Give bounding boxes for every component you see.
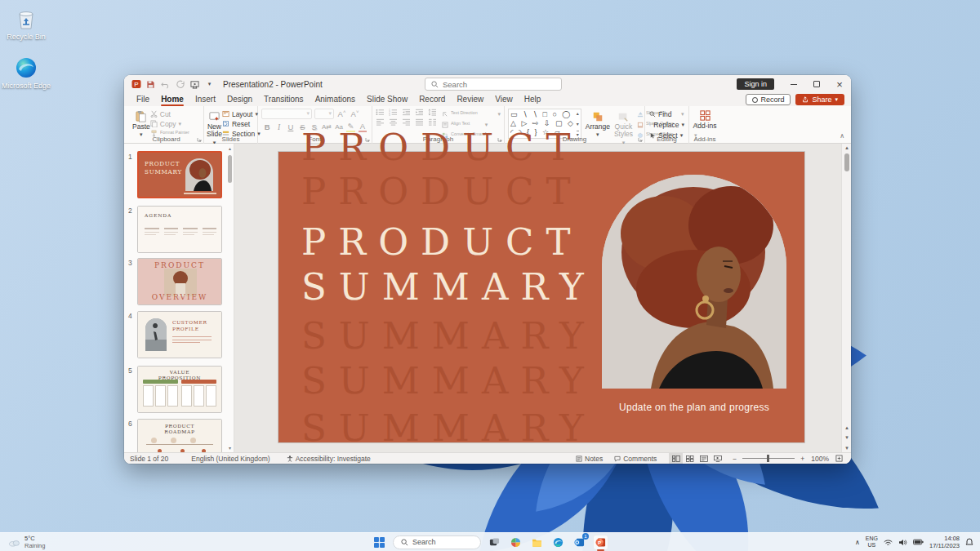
justify-icon[interactable] <box>415 118 424 126</box>
desktop-icon-edge[interactable]: Microsoft Edge <box>0 56 52 90</box>
slide-subtitle[interactable]: Update on the plan and progress <box>602 402 786 413</box>
language-indicator[interactable]: English (United Kingdom) <box>185 455 275 463</box>
notes-toggle[interactable]: Notes <box>570 455 608 463</box>
taskbar-search[interactable]: Search <box>393 535 481 549</box>
start-slideshow-icon[interactable] <box>189 79 200 90</box>
drawing-dialog-launcher[interactable] <box>638 137 643 142</box>
zoom-level[interactable]: 100% <box>808 455 832 463</box>
increase-indent-icon[interactable] <box>415 109 424 116</box>
bold-button[interactable]: B <box>263 122 271 131</box>
align-left-icon[interactable] <box>376 118 385 126</box>
bullets-icon[interactable] <box>376 109 385 116</box>
scroll-down-icon[interactable]: ▾ <box>227 445 233 451</box>
save-icon[interactable] <box>145 79 156 90</box>
paste-button[interactable]: Paste ▾ <box>132 108 150 138</box>
normal-view-button[interactable] <box>669 453 683 464</box>
line-spacing-icon[interactable] <box>428 109 437 116</box>
previous-slide-icon[interactable]: ▴ <box>842 424 851 431</box>
cut-button[interactable]: Cut <box>150 109 209 118</box>
slide-indicator[interactable]: Slide 1 of 20 <box>124 455 174 463</box>
desktop-icon-recycle-bin[interactable]: Recycle Bin <box>0 7 52 41</box>
align-center-icon[interactable] <box>389 118 398 126</box>
addins-button[interactable]: Add-ins <box>689 106 720 130</box>
scroll-up-icon[interactable]: ▴ <box>227 145 233 151</box>
redo-icon[interactable] <box>175 79 185 90</box>
collapse-ribbon-icon[interactable]: ∧ <box>840 132 844 140</box>
edge-button[interactable] <box>550 535 566 550</box>
customize-qat-icon[interactable]: ▾ <box>204 79 215 90</box>
clock[interactable]: 14:08 17/11/2023 <box>929 535 960 550</box>
scroll-down-icon[interactable]: ▾ <box>842 445 851 451</box>
shapes-up-icon[interactable]: ▴ <box>577 110 579 116</box>
tab-review[interactable]: Review <box>451 94 489 105</box>
thumbnail-slide-1[interactable]: PRODUCT SUMMARY <box>137 151 222 198</box>
accessibility-status[interactable]: Accessibility: Investigate <box>281 455 376 463</box>
thumbnail-slide-2[interactable]: AGENDA <box>137 206 222 253</box>
slideshow-view-button[interactable] <box>710 453 724 464</box>
columns-icon[interactable] <box>428 118 437 126</box>
task-view-button[interactable] <box>487 535 502 550</box>
italic-button[interactable]: I <box>274 123 283 131</box>
zoom-slider[interactable] <box>742 458 795 459</box>
sign-in-button[interactable]: Sign in <box>737 78 774 90</box>
underline-button[interactable]: U <box>287 122 295 131</box>
undo-icon[interactable] <box>160 79 171 90</box>
replace-button[interactable]: Replace▾ <box>649 120 684 129</box>
close-button[interactable]: × <box>828 75 851 93</box>
language-switcher[interactable]: ENG US <box>866 535 878 549</box>
file-explorer-button[interactable] <box>529 535 545 550</box>
slide-sorter-view-button[interactable] <box>683 453 697 464</box>
increase-font-icon[interactable]: A˄ <box>336 109 347 118</box>
share-button[interactable]: Share ▾ <box>795 94 844 105</box>
decrease-indent-icon[interactable] <box>402 109 411 116</box>
next-slide-icon[interactable]: ▾ <box>842 434 851 441</box>
find-button[interactable]: Find <box>649 109 684 118</box>
slide-canvas[interactable]: PRODUCT PRODUCT PRODUCT SUMMARY SUMMARY … <box>278 152 804 442</box>
record-button[interactable]: Record <box>746 94 791 105</box>
scrollbar-thumb[interactable] <box>228 155 232 183</box>
fit-to-window-button[interactable] <box>832 453 846 464</box>
font-name-combo[interactable] <box>261 109 312 119</box>
thumbnail-slide-4[interactable]: CUSTOMER PROFILE <box>137 311 222 358</box>
comments-toggle[interactable]: Comments <box>608 455 662 463</box>
weather-widget[interactable]: 5°C Raining <box>8 533 45 551</box>
reading-view-button[interactable] <box>697 453 710 464</box>
tab-transitions[interactable]: Transitions <box>258 94 310 105</box>
outlook-button[interactable]: 1 <box>572 535 587 550</box>
volume-icon[interactable] <box>898 539 907 546</box>
tab-record[interactable]: Record <box>413 94 451 105</box>
tab-insert[interactable]: Insert <box>189 94 221 105</box>
arrange-button[interactable]: Arrange ▾ <box>586 109 610 138</box>
zoom-slider-thumb[interactable] <box>767 455 769 462</box>
thumbnail-scrollbar[interactable]: ▴ ▾ <box>227 145 233 451</box>
tab-animations[interactable]: Animations <box>310 94 361 105</box>
copy-button[interactable]: Copy ▾ <box>150 119 209 128</box>
scrollbar-thumb[interactable] <box>844 153 849 171</box>
powerpoint-taskbar-button[interactable]: P <box>593 535 608 550</box>
thumbnail-slide-6[interactable]: PRODUCT ROADMAP <box>137 419 222 452</box>
thumbnail-slide-3[interactable]: PRODUCT OVERVIEW <box>137 258 222 305</box>
decrease-font-icon[interactable]: A˅ <box>350 109 360 118</box>
battery-icon[interactable] <box>913 539 924 545</box>
thumbnail-slide-5[interactable]: VALUE PROPOSITION <box>137 366 222 413</box>
scroll-up-icon[interactable]: ▴ <box>842 144 851 151</box>
tab-home[interactable]: Home <box>155 94 189 105</box>
tab-file[interactable]: File <box>131 94 155 105</box>
tab-slide-show[interactable]: Slide Show <box>361 94 413 105</box>
layout-button[interactable]: Layout▾ <box>222 109 261 118</box>
font-size-combo[interactable] <box>314 109 334 119</box>
tray-expand-icon[interactable]: ∧ <box>855 539 860 546</box>
tab-design[interactable]: Design <box>221 94 258 105</box>
zoom-in-button[interactable]: + <box>799 455 808 463</box>
maximize-button[interactable] <box>805 75 828 93</box>
reset-button[interactable]: Reset <box>222 119 261 128</box>
numbering-icon[interactable]: 123 <box>389 109 398 116</box>
slide-photo[interactable] <box>602 175 786 389</box>
powerpoint-app-icon[interactable]: P <box>131 79 141 90</box>
clipboard-dialog-launcher[interactable] <box>197 137 202 142</box>
widgets-button[interactable] <box>508 535 523 550</box>
zoom-out-button[interactable]: − <box>724 455 738 463</box>
title-search-box[interactable]: Search <box>425 78 562 91</box>
notification-bell-icon[interactable] <box>965 538 973 546</box>
tab-help[interactable]: Help <box>519 94 547 105</box>
